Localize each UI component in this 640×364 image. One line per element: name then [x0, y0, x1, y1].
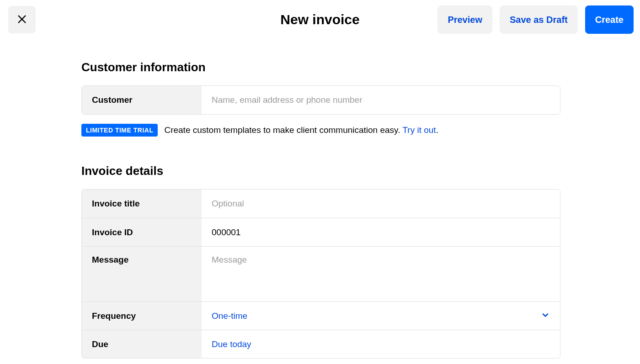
invoice-title-input[interactable]	[212, 199, 550, 209]
invoice-id-label: Invoice ID	[82, 218, 202, 246]
message-label: Message	[82, 247, 202, 301]
invoice-details-section-title: Invoice details	[81, 164, 560, 178]
promo-text-wrap: Create custom templates to make client c…	[164, 125, 438, 135]
create-button[interactable]: Create	[585, 5, 634, 34]
customer-row: Customer	[82, 86, 560, 114]
message-control	[202, 247, 560, 301]
header-actions: Preview Save as Draft Create	[437, 5, 634, 34]
due-control[interactable]: Due today	[202, 330, 560, 358]
customer-section-title: Customer information	[81, 60, 560, 74]
promo-badge: LIMITED TIME TRIAL	[81, 124, 158, 137]
content-area: Customer information Customer LIMITED TI…	[81, 36, 560, 359]
invoice-title-control	[202, 190, 560, 218]
promo-link[interactable]: Try it out	[402, 125, 436, 135]
chevron-down-icon	[541, 311, 550, 322]
frequency-value: One-time	[212, 311, 550, 321]
message-input[interactable]	[212, 247, 550, 301]
frequency-label: Frequency	[82, 302, 202, 330]
due-label: Due	[82, 330, 202, 358]
invoice-id-row: Invoice ID	[82, 218, 560, 246]
close-button[interactable]	[8, 6, 36, 33]
invoice-id-input[interactable]	[212, 227, 550, 237]
invoice-details-group: Invoice title Invoice ID Message Frequen…	[81, 189, 560, 359]
preview-button[interactable]: Preview	[437, 5, 492, 34]
invoice-id-control	[202, 218, 560, 246]
promo-suffix: .	[436, 125, 438, 135]
due-value: Due today	[212, 339, 550, 349]
customer-input[interactable]	[212, 95, 550, 105]
message-row: Message	[82, 246, 560, 301]
due-row: Due Due today	[82, 330, 560, 358]
save-draft-button[interactable]: Save as Draft	[500, 5, 578, 34]
invoice-title-label: Invoice title	[82, 190, 202, 218]
frequency-row: Frequency One-time	[82, 301, 560, 330]
promo-text: Create custom templates to make client c…	[164, 125, 402, 135]
close-icon	[17, 14, 27, 26]
customer-control	[202, 86, 560, 114]
customer-field-group: Customer	[81, 85, 560, 115]
header-bar: New invoice Preview Save as Draft Create	[0, 0, 640, 36]
page-title: New invoice	[280, 12, 359, 27]
customer-label: Customer	[82, 86, 202, 114]
invoice-title-row: Invoice title	[82, 190, 560, 218]
frequency-control[interactable]: One-time	[202, 302, 560, 330]
promo-banner: LIMITED TIME TRIAL Create custom templat…	[81, 124, 560, 137]
